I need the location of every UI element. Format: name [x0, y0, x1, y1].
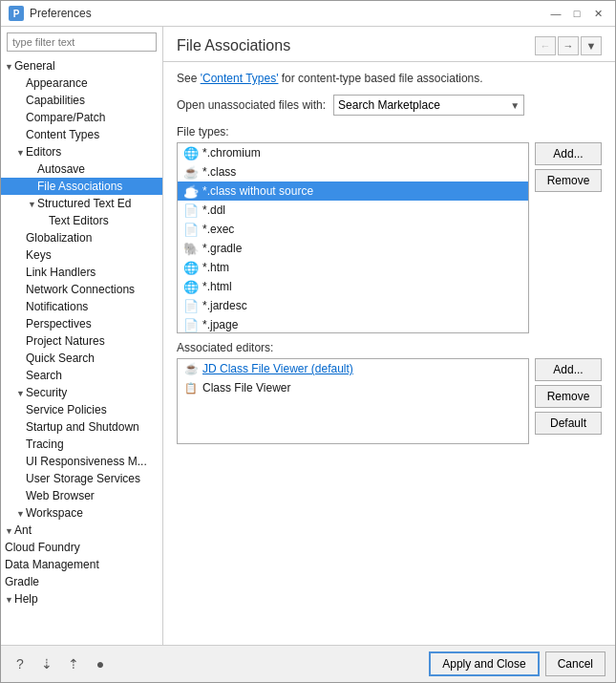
- tree-item-text_editors[interactable]: Text Editors: [1, 212, 162, 229]
- file-types-list-col: 🌐*.chromium☕*.class☕*.class without sour…: [177, 142, 529, 333]
- file-type-item[interactable]: 📄*.exec: [178, 220, 528, 239]
- tree-item-user_storage[interactable]: User Storage Services: [1, 470, 162, 487]
- file-type-item[interactable]: 🌐*.chromium: [178, 143, 528, 162]
- file-type-item[interactable]: ☕*.class: [178, 162, 528, 181]
- expand-arrow-icon: ▼: [5, 526, 14, 536]
- tree-item-label: Link Handlers: [26, 266, 96, 279]
- expand-arrow-icon: ▼: [16, 148, 26, 158]
- editors-list: ☕JD Class File Viewer (default)📋Class Fi…: [177, 358, 529, 444]
- bottom-right: Apply and Close Cancel: [429, 651, 605, 676]
- tree-item-keys[interactable]: Keys: [1, 246, 162, 264]
- desc-prefix: See: [177, 72, 201, 85]
- tree-item-tracing[interactable]: Tracing: [1, 436, 162, 453]
- associated-editors-label: Associated editors:: [177, 341, 602, 354]
- tree-item-ui_responsiveness[interactable]: UI Responsiveness M...: [1, 453, 162, 470]
- file-type-item[interactable]: 🐘*.gradle: [178, 239, 528, 258]
- file-types-add-button[interactable]: Add...: [535, 142, 602, 165]
- file-type-item[interactable]: 📄*.ddl: [178, 201, 528, 220]
- file-types-remove-button[interactable]: Remove: [535, 169, 602, 192]
- tree-item-ant[interactable]: ▼ Ant: [1, 522, 162, 539]
- tree-item-label: Globalization: [26, 231, 92, 245]
- file-type-item[interactable]: 📄*.jardesc: [178, 296, 528, 315]
- file-type-item[interactable]: 📄*.jpage: [178, 315, 528, 333]
- tree-item-web_browser[interactable]: Web Browser: [1, 487, 162, 504]
- forward-button[interactable]: →: [558, 36, 579, 55]
- expand-arrow-icon: ▼: [5, 62, 14, 72]
- back-button[interactable]: ←: [535, 36, 556, 55]
- help-icon[interactable]: ?: [11, 654, 30, 673]
- open-unassociated-dropdown[interactable]: Search Marketplace ▼: [333, 95, 524, 116]
- tree-item-label: Startup and Shutdown: [26, 420, 139, 434]
- cancel-button[interactable]: Cancel: [545, 651, 605, 676]
- file-types-section: 🌐*.chromium☕*.class☕*.class without sour…: [177, 142, 602, 333]
- tree-item-notifications[interactable]: Notifications: [1, 298, 162, 315]
- tree-item-network_connections[interactable]: Network Connections: [1, 281, 162, 298]
- tree-item-workspace[interactable]: ▼ Workspace: [1, 504, 162, 522]
- tree-item-link_handlers[interactable]: Link Handlers: [1, 264, 162, 281]
- tree-item-label: UI Responsiveness M...: [26, 455, 147, 468]
- tree-item-search[interactable]: Search: [1, 367, 162, 384]
- export-icon[interactable]: ⇡: [64, 654, 83, 673]
- editor-item[interactable]: ☕JD Class File Viewer (default): [178, 359, 528, 378]
- preferences-icon[interactable]: ●: [91, 654, 110, 673]
- tree-item-startup_shutdown[interactable]: Startup and Shutdown: [1, 418, 162, 436]
- tree-item-help[interactable]: ▼ Help: [1, 590, 162, 608]
- file-type-item[interactable]: ☕*.class without source: [178, 181, 528, 201]
- tree-item-project_natures[interactable]: Project Natures: [1, 332, 162, 350]
- tree-item-globalization[interactable]: Globalization: [1, 229, 162, 246]
- tree-item-label: Structured Text Ed: [37, 197, 132, 210]
- dropdown-nav-button[interactable]: ▼: [581, 36, 602, 55]
- maximize-button[interactable]: □: [567, 6, 586, 21]
- tree-item-label: Ant: [14, 523, 32, 537]
- tree-item-service_policies[interactable]: Service Policies: [1, 401, 162, 418]
- tree-item-quick_search[interactable]: Quick Search: [1, 350, 162, 367]
- editors-remove-button[interactable]: Remove: [535, 385, 602, 408]
- editors-add-button[interactable]: Add...: [535, 358, 602, 381]
- tree-item-general[interactable]: ▼ General: [1, 57, 162, 75]
- tree-item-security[interactable]: ▼ Security: [1, 384, 162, 401]
- content-types-link[interactable]: 'Content Types': [201, 72, 279, 85]
- file-type-item[interactable]: 🌐*.html: [178, 277, 528, 296]
- apply-close-button[interactable]: Apply and Close: [429, 651, 539, 676]
- import-icon[interactable]: ⇣: [37, 654, 56, 673]
- editor-icon: 📋: [183, 380, 199, 395]
- tree-item-label: Security: [26, 386, 67, 399]
- filter-input[interactable]: [7, 32, 157, 52]
- file-type-icon: ☕: [183, 183, 199, 199]
- close-button[interactable]: ✕: [588, 6, 607, 21]
- editors-default-button[interactable]: Default: [535, 412, 602, 435]
- tree-item-structured_text_ed[interactable]: ▼ Structured Text Ed: [1, 195, 162, 212]
- file-type-icon: 📄: [183, 317, 199, 332]
- tree-item-compare_patch[interactable]: Compare/Patch: [1, 109, 162, 126]
- tree-item-label: Project Natures: [26, 334, 105, 348]
- tree-item-label: Text Editors: [49, 214, 109, 227]
- tree-item-editors[interactable]: ▼ Editors: [1, 143, 162, 160]
- tree-item-file_associations[interactable]: File Associations: [1, 178, 162, 195]
- tree-item-label: File Associations: [37, 180, 122, 193]
- expand-arrow-icon: ▼: [16, 389, 26, 398]
- left-panel: ▼ General Appearance Capabilities Compar…: [1, 27, 163, 645]
- right-content: See 'Content Types' for content-type bas…: [163, 62, 615, 645]
- tree-item-gradle[interactable]: Gradle: [1, 573, 162, 590]
- tree-item-autosave[interactable]: Autosave: [1, 160, 162, 178]
- tree-item-label: User Storage Services: [26, 472, 140, 485]
- bottom-bar: ? ⇣ ⇡ ● Apply and Close Cancel: [1, 645, 615, 682]
- window-controls: — □ ✕: [546, 6, 607, 21]
- tree-item-label: Service Policies: [26, 403, 107, 416]
- tree-area: ▼ General Appearance Capabilities Compar…: [1, 57, 162, 645]
- tree-item-label: Capabilities: [26, 94, 85, 107]
- file-type-item[interactable]: 🌐*.htm: [178, 258, 528, 277]
- tree-item-appearance[interactable]: Appearance: [1, 75, 162, 92]
- tree-item-data_management[interactable]: Data Management: [1, 556, 162, 573]
- file-type-icon: 🌐: [183, 260, 199, 275]
- tree-item-content_types[interactable]: Content Types: [1, 126, 162, 143]
- tree-item-cloud_foundry[interactable]: Cloud Foundry: [1, 539, 162, 556]
- tree-item-capabilities[interactable]: Capabilities: [1, 92, 162, 109]
- minimize-button[interactable]: —: [546, 6, 565, 21]
- file-type-icon: 📄: [183, 298, 199, 313]
- tree-item-label: Search: [26, 369, 62, 382]
- tree-item-perspectives[interactable]: Perspectives: [1, 315, 162, 332]
- file-type-icon: 📄: [183, 203, 199, 218]
- file-type-label: *.htm: [202, 261, 229, 274]
- editor-item[interactable]: 📋Class File Viewer: [178, 378, 528, 397]
